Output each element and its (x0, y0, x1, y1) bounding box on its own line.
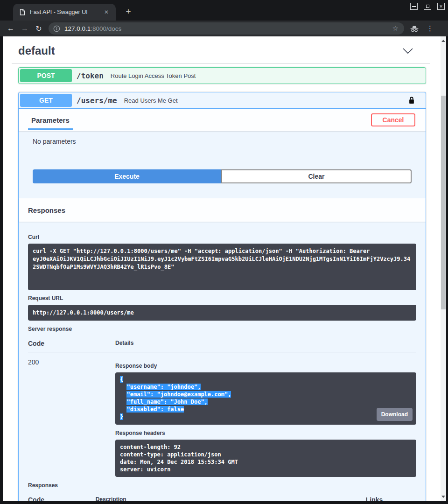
maximize-icon (426, 5, 429, 8)
server-response-table-header: Code Details (28, 340, 416, 352)
chevron-down-icon[interactable] (403, 48, 413, 54)
address-bar[interactable]: 127.0.0.1:8000/docs ☆ (49, 22, 404, 35)
method-badge-post: POST (20, 69, 72, 82)
response-headers: content-length: 92content-type: applicat… (115, 440, 416, 477)
server-response-row: 200 Response body { "username": "johndoe… (28, 358, 416, 477)
response-body-label: Response body (115, 363, 416, 369)
links-column-header: Links (366, 496, 416, 501)
status-code: 200 (28, 358, 115, 477)
url-text: 127.0.0.1:8000/docs (64, 25, 392, 32)
info-icon[interactable] (53, 25, 60, 32)
responses-section-title: Responses (28, 206, 65, 214)
curl-label: Curl (28, 234, 416, 240)
scrollbar-thumb[interactable] (441, 96, 446, 309)
code-column-header: Code (28, 496, 96, 501)
response-headers-label: Response headers (115, 430, 416, 436)
browser-tab[interactable]: Fast API - Swagger UI ✕ (13, 4, 116, 21)
page-scrollbar[interactable] (441, 36, 446, 501)
server-response-label: Server response (28, 326, 416, 332)
response-body-json: { "username": "johndoe", "email": "johnd… (120, 376, 412, 420)
section-title: default (18, 44, 55, 57)
endpoint-path: /token (77, 71, 104, 80)
endpoint-get-users-me: GET /users/me Read Users Me Get Paramete… (18, 92, 426, 501)
section-divider (12, 63, 430, 63)
incognito-icon (410, 25, 419, 33)
browser-toolbar: ← → ↻ 127.0.0.1:8000/docs ☆ ⋮ (0, 21, 448, 36)
details-column-header: Details (115, 340, 133, 347)
window-minimize-button[interactable] (410, 3, 418, 10)
clear-button[interactable]: Clear (221, 169, 412, 183)
tab-parameters[interactable]: Parameters (28, 110, 73, 130)
endpoint-path: /users/me (77, 96, 117, 105)
description-column-header: Description (96, 496, 126, 501)
method-badge-get: GET (20, 94, 72, 107)
cancel-button[interactable]: Cancel (371, 113, 415, 126)
bookmark-star-icon[interactable]: ☆ (392, 24, 399, 33)
new-tab-button[interactable]: + (122, 6, 134, 18)
window-close-button[interactable]: ✕ (437, 3, 445, 10)
endpoint-summary: Route Login Access Token Post (111, 72, 196, 79)
scroll-up-arrow[interactable] (441, 40, 445, 42)
request-url-value: http://127.0.0.1:8000/users/me (28, 305, 416, 321)
response-body: { "username": "johndoe", "email": "johnd… (115, 372, 416, 425)
tab-title: Fast API - Swagger UI (30, 9, 102, 15)
scroll-down-arrow[interactable] (441, 496, 445, 498)
execute-button[interactable]: Execute (33, 169, 221, 183)
minimize-icon (412, 6, 416, 7)
request-url-label: Request URL (28, 295, 416, 301)
endpoint-header[interactable]: GET /users/me Read Users Me Get (19, 92, 426, 109)
code-column-header: Code (28, 340, 115, 347)
reload-icon[interactable]: ↻ (32, 24, 46, 33)
endpoint-summary: Read Users Me Get (124, 97, 178, 104)
page-icon (20, 9, 25, 15)
swagger-page: default POST /token Route Login Access T… (3, 36, 441, 501)
no-parameters-text: No parameters (33, 138, 412, 145)
lock-icon[interactable] (408, 96, 415, 105)
responses-documentation-label: Responses (28, 482, 416, 489)
endpoint-post-token[interactable]: POST /token Route Login Access Token Pos… (18, 67, 426, 84)
download-button[interactable]: Download (377, 408, 413, 421)
back-icon[interactable]: ← (4, 24, 18, 33)
tab-close-icon[interactable]: ✕ (102, 8, 111, 16)
responses-table-header: Code Description Links (28, 496, 416, 501)
curl-command: curl -X GET "http://127.0.0.1:8000/users… (28, 244, 416, 290)
forward-icon[interactable]: → (18, 24, 32, 33)
browser-tab-strip: Fast API - Swagger UI ✕ + ✕ (0, 0, 448, 21)
window-maximize-button[interactable] (424, 3, 431, 10)
browser-menu-icon[interactable]: ⋮ (427, 24, 434, 33)
